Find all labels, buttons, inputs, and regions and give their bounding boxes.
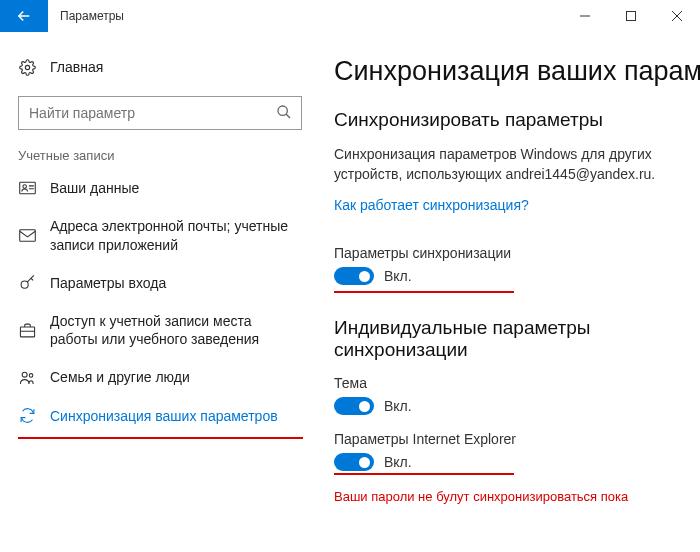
svg-rect-7 <box>20 327 34 337</box>
svg-point-9 <box>29 374 33 378</box>
sidebar: Главная Учетные записи Ваши данные Адрес… <box>0 32 320 552</box>
svg-rect-5 <box>19 230 35 241</box>
annotation-underline <box>18 437 303 439</box>
section-heading-individual: Индивидуальные параметры синхронизации <box>334 317 700 361</box>
annotation-underline <box>334 473 514 475</box>
theme-toggle-label: Тема <box>334 375 700 391</box>
toggle-state-label: Вкл. <box>384 398 412 414</box>
sidebar-item-label: Доступ к учетной записи места работы или… <box>50 312 320 348</box>
search-icon <box>276 104 292 124</box>
minimize-button[interactable] <box>562 0 608 32</box>
sidebar-item-sync[interactable]: Синхронизация ваших параметров <box>18 397 320 435</box>
sidebar-item-label: Адреса электронной почты; учетные записи… <box>50 217 320 253</box>
svg-point-6 <box>21 281 28 288</box>
svg-rect-0 <box>627 12 636 21</box>
section-heading-sync: Синхронизировать параметры <box>334 109 700 131</box>
sidebar-section-header: Учетные записи <box>18 148 320 163</box>
toggle-state-label: Вкл. <box>384 268 412 284</box>
theme-toggle[interactable] <box>334 397 374 415</box>
how-sync-works-link[interactable]: Как работает синхронизация? <box>334 197 529 213</box>
window-title: Параметры <box>48 0 562 32</box>
mail-icon <box>18 229 36 242</box>
sidebar-item-family[interactable]: Семья и другие люди <box>18 358 320 396</box>
sidebar-item-work-access[interactable]: Доступ к учетной записи места работы или… <box>18 302 320 358</box>
sync-description: Синхронизация параметров Windows для дру… <box>334 145 700 184</box>
person-card-icon <box>18 181 36 195</box>
sync-master-toggle[interactable] <box>334 267 374 285</box>
sidebar-item-label: Семья и другие люди <box>50 368 320 386</box>
home-item[interactable]: Главная <box>18 48 320 86</box>
svg-point-8 <box>22 372 27 377</box>
sync-icon <box>18 407 36 424</box>
sync-toggle-label: Параметры синхронизации <box>334 245 700 261</box>
sidebar-item-label: Параметры входа <box>50 274 320 292</box>
back-button[interactable] <box>0 0 48 32</box>
page-title: Синхронизация ваших параме <box>334 56 700 87</box>
sidebar-item-your-info[interactable]: Ваши данные <box>18 169 320 207</box>
sidebar-item-label: Ваши данные <box>50 179 320 197</box>
search-input[interactable] <box>18 96 302 130</box>
gear-icon <box>18 59 36 76</box>
sidebar-item-email-accounts[interactable]: Адреса электронной почты; учетные записи… <box>18 207 320 263</box>
home-label: Главная <box>50 58 320 76</box>
svg-point-2 <box>278 106 287 115</box>
maximize-button[interactable] <box>608 0 654 32</box>
sidebar-item-label: Синхронизация ваших параметров <box>50 407 320 425</box>
ie-toggle[interactable] <box>334 453 374 471</box>
key-icon <box>18 274 36 291</box>
svg-point-1 <box>25 65 29 69</box>
close-button[interactable] <box>654 0 700 32</box>
password-sync-warning: Ваши пароли не булут синхронизироваться … <box>334 489 700 504</box>
content-pane: Синхронизация ваших параме Синхронизиров… <box>320 32 700 552</box>
ie-toggle-label: Параметры Internet Explorer <box>334 431 700 447</box>
svg-rect-3 <box>19 183 35 194</box>
people-icon <box>18 370 36 385</box>
sidebar-item-signin-options[interactable]: Параметры входа <box>18 264 320 302</box>
svg-point-4 <box>22 185 26 189</box>
toggle-state-label: Вкл. <box>384 454 412 470</box>
briefcase-icon <box>18 323 36 338</box>
